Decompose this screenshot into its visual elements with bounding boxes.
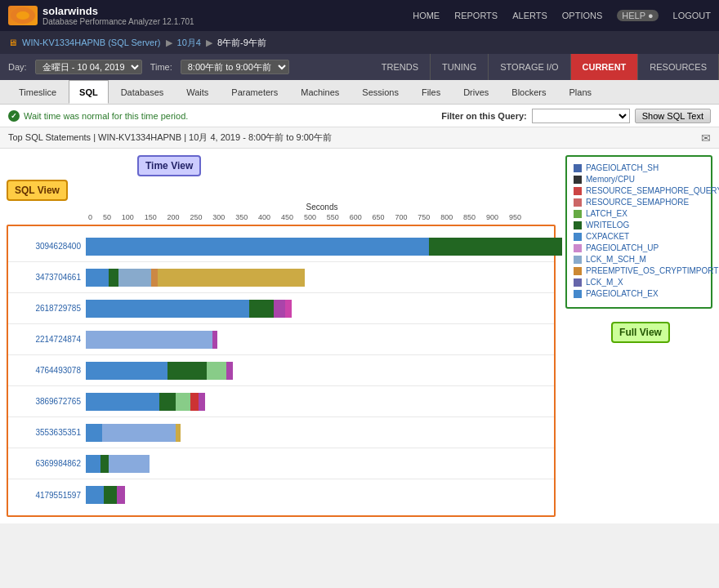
nav-logout[interactable]: LOGOUT [673, 11, 711, 20]
sub-tabs: Timeslice SQL Databases Waits Parameters… [8, 80, 602, 104]
status-ok: ✓ Wait time was normal for this time per… [8, 110, 188, 122]
tab-machines[interactable]: Machines [290, 80, 350, 104]
legend-item[interactable]: PREEMPTIVE_OS_CRYPTIMPORTKE [574, 266, 704, 275]
app-title-sub: Database Performance Analyzer 12.1.701 [42, 17, 194, 26]
day-label: Day: [8, 62, 27, 72]
tab-tuning[interactable]: TUNING [431, 54, 489, 80]
legend-item[interactable]: LATCH_EX [574, 209, 704, 218]
tab-storage-io[interactable]: STORAGE I/O [489, 54, 570, 80]
filter-area: Filter on this Query: Show SQL Text [441, 109, 711, 123]
breadcrumb-server[interactable]: WIN-KV1334HAPNB (SQL Server) [22, 38, 161, 47]
bar-segment-writelog [429, 238, 562, 256]
tab-trends[interactable]: TRENDS [370, 54, 431, 80]
full-view-annotation: Full View [611, 322, 670, 343]
breadcrumb-sep2: ▶ [206, 38, 212, 48]
tab-timeslice[interactable]: Timeslice [8, 80, 67, 104]
email-icon[interactable]: ✉ [701, 131, 711, 145]
legend-item[interactable]: LCK_M_X [574, 278, 704, 287]
tab-databases[interactable]: Databases [110, 80, 175, 104]
show-sql-button[interactable]: Show SQL Text [635, 109, 711, 123]
legend-label: PAGEIOLATCH_EX [586, 289, 659, 298]
legend-item[interactable]: CXPACKET [574, 232, 704, 241]
breadcrumb-sep1: ▶ [166, 38, 172, 48]
legend-label: RESOURCE_SEMAPHORE_QUERY_C [586, 186, 719, 195]
nav-reports[interactable]: REPORTS [454, 11, 498, 20]
bar-label[interactable]: 3869672765 [8, 397, 86, 406]
table-row: 2618729785 [8, 293, 554, 324]
tab-current[interactable]: CURRENT [571, 54, 639, 80]
tab-drives[interactable]: Drives [453, 80, 499, 104]
breadcrumb-month[interactable]: 10月4 [177, 37, 201, 49]
sql-view-annotation: SQL View [7, 180, 68, 201]
time-select[interactable]: 8:00午前 to 9:00午前 [181, 60, 289, 74]
legend-item[interactable]: WRITELOG [574, 220, 704, 229]
day-time-row: Day: 金曜日 - 10 04, 2019 Time: 8:00午前 to 9… [0, 54, 370, 80]
tab-sql[interactable]: SQL [69, 80, 109, 104]
right-panel: PAGEIOLATCH_SH Memory/CPU RESOURCE_SEMAP… [562, 149, 719, 523]
filter-select[interactable] [532, 109, 630, 123]
bar-track [86, 269, 554, 287]
bar-label[interactable]: 3553635351 [8, 428, 86, 437]
bar-label[interactable]: 3473704661 [8, 273, 86, 282]
server-icon: 🖥 [8, 38, 17, 47]
main-tab-row: Day: 金曜日 - 10 04, 2019 Time: 8:00午前 to 9… [0, 54, 719, 80]
legend-item[interactable]: LCK_M_SCH_M [574, 255, 704, 264]
table-row: 3553635351 [8, 417, 554, 448]
legend-color-cxpacket [574, 233, 582, 241]
day-select[interactable]: 金曜日 - 10 04, 2019 [35, 60, 142, 74]
app-title-main: solarwinds [42, 5, 194, 17]
sub-tab-bar: Timeslice SQL Databases Waits Parameters… [0, 80, 719, 105]
tab-plans[interactable]: Plans [559, 80, 603, 104]
tab-parameters[interactable]: Parameters [221, 80, 288, 104]
bar-label[interactable]: 4764493078 [8, 366, 86, 375]
svg-point-1 [16, 11, 29, 20]
status-ok-icon: ✓ [8, 110, 20, 122]
bar-label[interactable]: 2618729785 [8, 304, 86, 313]
table-row: 4179551597 [8, 479, 554, 510]
tab-blockers[interactable]: Blockers [501, 80, 556, 104]
legend-item[interactable]: PAGEIOLATCH_UP [574, 243, 704, 252]
x-axis-ticks: 050100150200 250300350400450 50055060065… [7, 213, 556, 221]
legend-color-pageiolatch-ex [574, 290, 582, 298]
legend-item[interactable]: Memory/CPU [574, 175, 704, 184]
legend-label: LCK_M_X [586, 278, 623, 287]
tab-resources[interactable]: RESOURCES [638, 54, 719, 80]
nav-help[interactable]: HELP ● [617, 10, 658, 21]
tab-sessions[interactable]: Sessions [351, 80, 409, 104]
main-tabs: TRENDS TUNING STORAGE I/O CURRENT RESOUR… [370, 54, 719, 80]
bar-chart: 3094628400 3473704661 26187 [7, 225, 556, 517]
legend-item[interactable]: PAGEIOLATCH_EX [574, 289, 704, 298]
chart-title-bar: Top SQL Statements | WIN-KV1334HAPNB | 1… [0, 127, 719, 149]
legend-label: RESOURCE_SEMAPHORE [586, 198, 689, 207]
legend-item[interactable]: RESOURCE_SEMAPHORE [574, 198, 704, 207]
nav-options[interactable]: OPTIONS [562, 11, 603, 20]
legend-label: PAGEIOLATCH_SH [586, 163, 659, 172]
legend-color-pageiolatch-up [574, 244, 582, 252]
legend-item[interactable]: PAGEIOLATCH_SH [574, 163, 704, 172]
bar-label[interactable]: 2214724874 [8, 335, 86, 344]
nav-alerts[interactable]: ALERTS [512, 11, 547, 20]
time-label: Time: [150, 62, 172, 72]
time-view-annotation: Time View [137, 155, 201, 176]
status-text: Wait time was normal for this time perio… [24, 111, 188, 121]
bar-label[interactable]: 3094628400 [8, 242, 86, 251]
x-axis-label: Seconds [7, 203, 556, 212]
tab-files[interactable]: Files [411, 80, 451, 104]
legend-label: LATCH_EX [586, 209, 627, 218]
top-nav: solarwinds Database Performance Analyzer… [0, 0, 719, 31]
legend-color-pageiolatch-sh [574, 164, 582, 172]
breadcrumb: 🖥 WIN-KV1334HAPNB (SQL Server) ▶ 10月4 ▶ … [0, 31, 719, 54]
chart-title: Top SQL Statements | WIN-KV1334HAPNB | 1… [8, 131, 332, 144]
bar-track [86, 331, 554, 349]
legend-color-resource-semaphore-query [574, 187, 582, 195]
table-row: 3869672765 [8, 386, 554, 417]
solarwinds-logo [8, 6, 38, 25]
bar-label[interactable]: 4179551597 [8, 491, 86, 500]
bar-segment-cxpacket [86, 238, 429, 256]
nav-home[interactable]: HOME [413, 11, 440, 20]
legend-color-lck-m-sch-m [574, 256, 582, 264]
legend-item[interactable]: RESOURCE_SEMAPHORE_QUERY_C [574, 186, 704, 195]
tab-waits[interactable]: Waits [176, 80, 219, 104]
bar-label[interactable]: 6369984862 [8, 459, 86, 468]
bar-track [86, 393, 554, 411]
